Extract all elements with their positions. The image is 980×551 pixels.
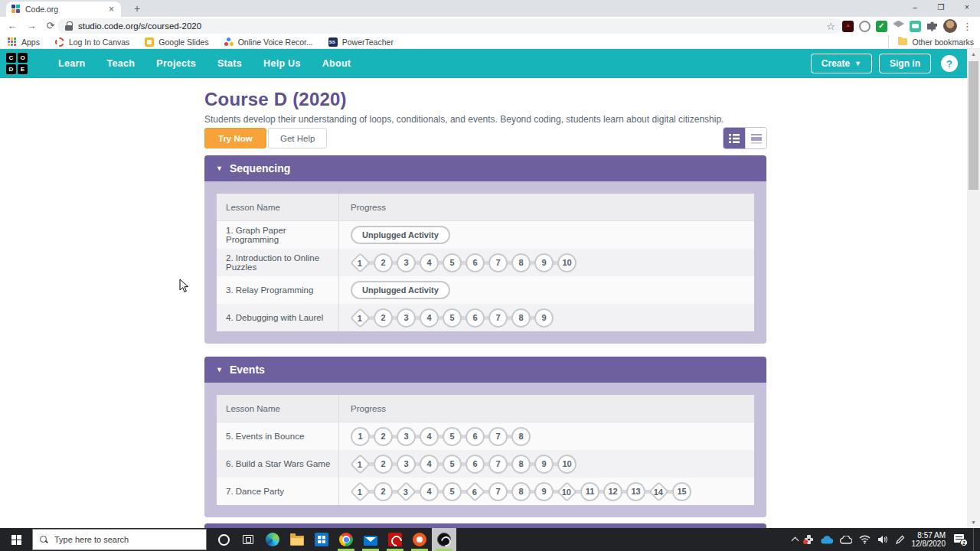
level-bubble[interactable]: 5 — [443, 308, 462, 328]
lesson-name-link[interactable]: 1. Graph Paper Programming — [217, 221, 338, 249]
level-bubble[interactable]: 1 — [351, 427, 370, 446]
taskbar-chrome-button[interactable] — [334, 528, 358, 551]
lesson-name-link[interactable]: 4. Debugging with Laurel — [217, 304, 338, 331]
level-bubble[interactable]: 8 — [511, 427, 531, 446]
tab-close-icon[interactable]: × — [107, 4, 116, 15]
forward-icon[interactable]: → — [24, 18, 39, 34]
level-bubble[interactable]: 1 — [350, 253, 371, 273]
url-text[interactable]: studio.code.org/s/coursed-2020 — [78, 21, 201, 31]
bookmark-star-icon[interactable]: ☆ — [826, 21, 835, 32]
unplugged-activity-pill[interactable]: Unplugged Activity — [351, 226, 450, 244]
back-icon[interactable]: ← — [5, 18, 20, 34]
nav-item-learn[interactable]: Learn — [47, 58, 96, 69]
level-bubble[interactable]: 3 — [397, 253, 416, 272]
level-bubble[interactable]: 6 — [466, 427, 485, 446]
level-bubble[interactable]: 1 — [350, 308, 371, 328]
level-bubble[interactable]: 7 — [488, 253, 508, 272]
level-bubble[interactable]: 9 — [534, 308, 554, 328]
level-bubble[interactable]: 8 — [511, 253, 531, 272]
level-bubble[interactable]: 10 — [557, 253, 577, 272]
level-bubble[interactable]: 11 — [580, 482, 599, 501]
detail-view-button[interactable] — [745, 128, 766, 148]
lesson-name-link[interactable]: 6. Build a Star Wars Game — [217, 450, 338, 478]
nav-item-projects[interactable]: Projects — [145, 58, 207, 69]
acrobat-extension-icon[interactable] — [842, 21, 854, 32]
level-bubble[interactable]: 5 — [443, 253, 462, 272]
taskbar-acrobat-button[interactable] — [383, 528, 407, 551]
taskbar-edge-button[interactable] — [260, 528, 285, 551]
level-bubble[interactable]: 8 — [511, 482, 531, 501]
level-bubble[interactable]: 4 — [420, 308, 439, 328]
level-bubble[interactable]: 2 — [374, 455, 393, 474]
level-bubble[interactable]: 7 — [488, 482, 508, 501]
bookmark-item[interactable]: Google Slides — [145, 37, 208, 47]
level-bubble[interactable]: 2 — [374, 253, 393, 272]
nav-item-about[interactable]: About — [312, 58, 362, 69]
help-button[interactable]: ? — [941, 55, 958, 72]
nav-item-help-us[interactable]: Help Us — [253, 58, 312, 69]
sign-in-button[interactable]: Sign in — [879, 54, 931, 73]
scroll-down-icon[interactable]: ▼ — [967, 517, 980, 528]
level-bubble[interactable]: 5 — [443, 482, 462, 501]
profile-avatar[interactable] — [943, 19, 957, 33]
level-bubble[interactable]: 4 — [420, 455, 439, 474]
level-bubble[interactable]: 9 — [534, 455, 554, 474]
lesson-name-link[interactable]: 7. Dance Party — [217, 478, 338, 505]
tray-chevron-up-icon[interactable] — [791, 537, 799, 545]
taskbar-mail-button[interactable] — [358, 528, 383, 551]
bookmark-item[interactable]: PowerTeacher — [328, 37, 394, 47]
volume-icon[interactable] — [877, 535, 888, 544]
taskbar-task-view-button[interactable] — [236, 528, 260, 551]
level-bubble[interactable]: 3 — [396, 481, 416, 502]
lesson-name-link[interactable]: 5. Events in Bounce — [217, 422, 338, 450]
ring-extension-icon[interactable] — [859, 21, 871, 32]
scroll-up-icon[interactable]: ▲ — [967, 49, 980, 60]
window-close-button[interactable]: × — [954, 0, 980, 17]
codeorg-logo[interactable]: C O D E — [6, 53, 28, 74]
level-bubble[interactable]: 2 — [374, 308, 393, 328]
taskbar-microsoft-store-button[interactable] — [309, 528, 334, 551]
level-bubble[interactable]: 1 — [350, 481, 371, 502]
section-header[interactable]: ▼Sequencing — [204, 155, 766, 181]
bookmark-item[interactable]: Apps — [8, 37, 40, 47]
screencast-extension-icon[interactable] — [910, 21, 921, 32]
taskbar-origin-button[interactable] — [407, 528, 432, 551]
section-header[interactable]: ▼Events — [204, 357, 766, 383]
pen-icon[interactable] — [895, 535, 905, 545]
wifi-icon[interactable] — [859, 535, 871, 544]
clock[interactable]: 8:57 AM 12/8/2020 — [912, 531, 946, 549]
level-bubble[interactable]: 6 — [466, 455, 485, 474]
scrollbar-thumb[interactable] — [969, 61, 978, 190]
create-button[interactable]: Create ▼ — [811, 54, 872, 73]
other-bookmarks-button[interactable]: Other bookmarks — [888, 35, 974, 48]
level-bubble[interactable]: 7 — [488, 308, 508, 328]
level-bubble[interactable]: 3 — [397, 427, 416, 446]
taskbar-obs-button[interactable] — [432, 528, 456, 551]
level-bubble[interactable]: 2 — [374, 427, 393, 446]
dropbox-extension-icon[interactable] — [893, 21, 904, 32]
level-bubble[interactable]: 12 — [603, 482, 622, 501]
level-bubble[interactable]: 4 — [420, 253, 439, 272]
level-bubble[interactable]: 13 — [626, 482, 645, 501]
bookmark-item[interactable]: Online Voice Recor... — [224, 37, 313, 47]
level-bubble[interactable]: 5 — [443, 455, 462, 474]
window-maximize-button[interactable]: ❐ — [928, 0, 954, 17]
try-now-button[interactable]: Try Now — [204, 128, 266, 148]
unplugged-activity-pill[interactable]: Unplugged Activity — [351, 281, 450, 299]
get-help-button[interactable]: Get Help — [268, 128, 327, 148]
taskbar-file-explorer-button[interactable] — [285, 528, 309, 551]
level-bubble[interactable]: 15 — [672, 482, 691, 501]
browser-menu-icon[interactable]: ⋮ — [962, 21, 972, 32]
level-bubble[interactable]: 6 — [465, 481, 485, 502]
level-bubble[interactable]: 10 — [557, 455, 577, 474]
extensions-puzzle-icon[interactable] — [926, 21, 938, 32]
level-bubble[interactable]: 9 — [534, 482, 554, 501]
level-bubble[interactable]: 2 — [374, 482, 393, 501]
reload-icon[interactable]: ⟳ — [43, 18, 58, 34]
start-button[interactable] — [0, 528, 32, 551]
show-desktop-button[interactable] — [973, 528, 976, 551]
level-bubble[interactable]: 6 — [466, 253, 485, 272]
taskbar-cortana-button[interactable] — [211, 528, 236, 551]
nav-item-stats[interactable]: Stats — [207, 58, 253, 69]
address-bar[interactable]: studio.code.org/s/coursed-2020 ☆ — [57, 18, 843, 34]
